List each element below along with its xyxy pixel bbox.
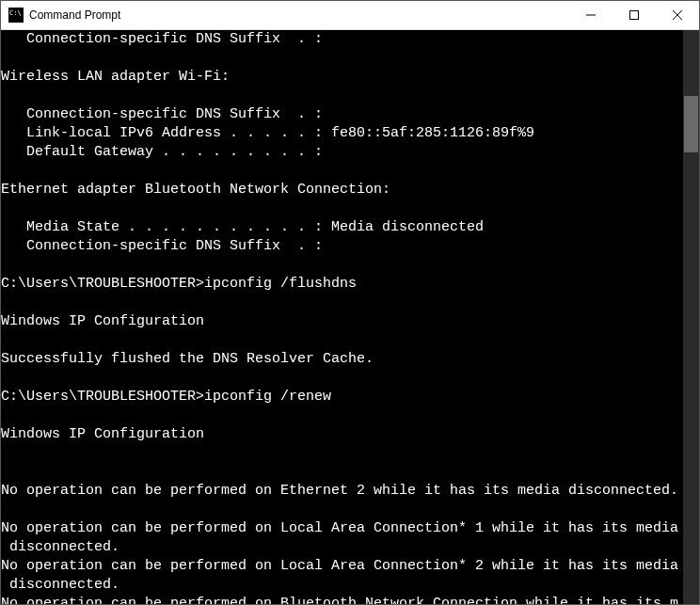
terminal-output[interactable]: Connection-specific DNS Suffix . :Wirele… xyxy=(1,30,683,604)
terminal-line: C:\Users\TROUBLESHOOTER>ipconfig /renew xyxy=(1,388,683,406)
terminal-line: Link-local IPv6 Address . . . . . : fe80… xyxy=(1,124,683,143)
cmd-icon xyxy=(8,8,24,23)
terminal-line: C:\Users\TROUBLESHOOTER>ipconfig /flushd… xyxy=(1,275,683,294)
window-title: Command Prompt xyxy=(29,8,569,22)
terminal-line xyxy=(1,256,683,275)
terminal-line: Successfully flushed the DNS Resolver Ca… xyxy=(1,350,683,369)
terminal-line xyxy=(1,369,683,388)
terminal-line: Windows IP Configuration xyxy=(1,312,683,331)
window-controls xyxy=(569,1,699,29)
terminal-line xyxy=(1,406,683,425)
terminal-line: disconnected. xyxy=(1,576,683,595)
terminal-line xyxy=(1,294,683,312)
terminal-line: No operation can be performed on Bluetoo… xyxy=(1,595,683,604)
terminal-area: Connection-specific DNS Suffix . :Wirele… xyxy=(1,30,699,604)
terminal-line xyxy=(1,49,683,68)
terminal-line: No operation can be performed on Local A… xyxy=(1,519,683,538)
terminal-line: Windows IP Configuration xyxy=(1,425,683,444)
terminal-line xyxy=(1,444,683,463)
terminal-line: No operation can be performed on Etherne… xyxy=(1,482,683,501)
terminal-line: Ethernet adapter Bluetooth Network Conne… xyxy=(1,181,683,199)
svg-rect-1 xyxy=(630,11,639,20)
terminal-line xyxy=(1,162,683,181)
titlebar: Command Prompt xyxy=(1,1,699,30)
terminal-line: Media State . . . . . . . . . . . : Medi… xyxy=(1,218,683,237)
terminal-line: Connection-specific DNS Suffix . : xyxy=(1,105,683,124)
terminal-line xyxy=(1,463,683,482)
terminal-line: Connection-specific DNS Suffix . : xyxy=(1,30,683,49)
terminal-line: disconnected. xyxy=(1,538,683,557)
terminal-line: Connection-specific DNS Suffix . : xyxy=(1,237,683,256)
terminal-line xyxy=(1,199,683,218)
terminal-line: No operation can be performed on Local A… xyxy=(1,557,683,576)
terminal-line: Wireless LAN adapter Wi-Fi: xyxy=(1,68,683,87)
terminal-line xyxy=(1,87,683,105)
minimize-button[interactable] xyxy=(569,1,612,29)
maximize-button[interactable] xyxy=(612,1,656,29)
terminal-line: Default Gateway . . . . . . . . . : xyxy=(1,143,683,162)
close-button[interactable] xyxy=(656,1,699,29)
scrollbar-thumb[interactable] xyxy=(684,96,698,152)
vertical-scrollbar[interactable] xyxy=(683,30,699,604)
terminal-line xyxy=(1,331,683,350)
terminal-line xyxy=(1,501,683,519)
